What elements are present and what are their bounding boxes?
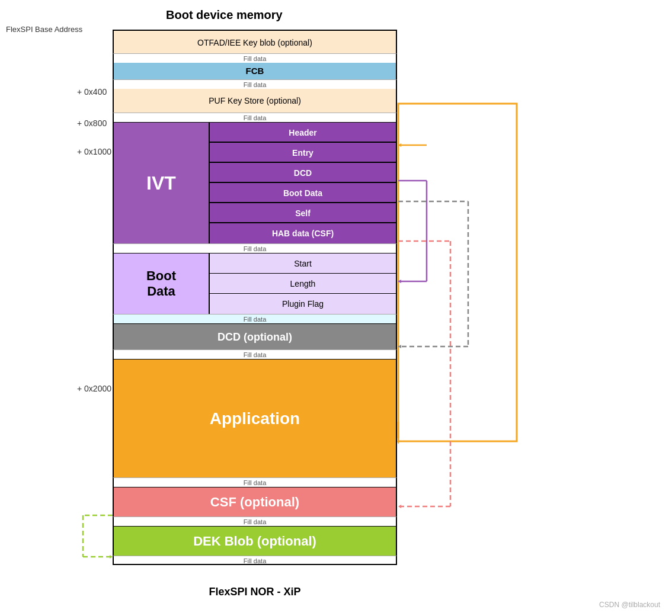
- svg-marker-14: [398, 505, 401, 508]
- fill-data-7: Fill data: [113, 477, 397, 487]
- block-fcb: FCB: [113, 63, 397, 79]
- ivt-header: Header: [209, 123, 396, 143]
- fill-data-2: Fill data: [113, 79, 397, 89]
- watermark: CSDN @tilblackout: [599, 601, 660, 609]
- block-dcd: DCD (optional): [113, 323, 397, 349]
- fill-data-5: Fill data: [113, 314, 397, 323]
- ivt-hab: HAB data (CSF): [209, 223, 396, 243]
- fill-data-8: Fill data: [113, 516, 397, 526]
- bootdata-start: Start: [209, 254, 396, 274]
- svg-rect-0: [398, 104, 517, 441]
- ivt-bootdata: Boot Data: [209, 183, 396, 203]
- block-csf: CSF (optional): [113, 487, 397, 516]
- block-dek: DEK Blob (optional): [113, 526, 397, 556]
- addr-0x800: + 0x800: [77, 118, 107, 128]
- addr-0x400: + 0x400: [77, 87, 107, 97]
- svg-marker-10: [398, 345, 401, 348]
- svg-marker-20: [398, 143, 401, 147]
- block-ivt: IVT Header Entry DCD Boot Data Self HAB …: [113, 122, 397, 243]
- fill-data-6: Fill data: [113, 349, 397, 359]
- flexspi-base-label: FlexSPI Base Address: [6, 25, 82, 34]
- ivt-entry: Entry: [209, 143, 396, 163]
- fill-data-3: Fill data: [113, 113, 397, 122]
- ivt-self: Self: [209, 203, 396, 223]
- bottom-label: FlexSPI NOR - XiP: [166, 586, 344, 598]
- ivt-inner: Header Entry DCD Boot Data Self HAB data…: [209, 123, 396, 243]
- fill-data-4: Fill data: [113, 243, 397, 253]
- bootdata-inner: Start Length Plugin Flag: [209, 254, 396, 314]
- fill-data-9: Fill data: [113, 556, 397, 565]
- block-application: Application: [113, 359, 397, 477]
- addr-0x1000: + 0x1000: [77, 147, 111, 156]
- svg-marker-6: [398, 280, 401, 283]
- memory-diagram: OTFAD/IEE Key blob (optional) Fill data …: [113, 30, 397, 565]
- svg-marker-2: [397, 441, 399, 444]
- bootdata-length: Length: [209, 274, 396, 294]
- block-otfad: OTFAD/IEE Key blob (optional): [113, 30, 397, 53]
- page-title: Boot device memory: [166, 8, 283, 22]
- bootdata-label: BootData: [114, 254, 209, 314]
- block-puf: PUF Key Store (optional): [113, 89, 397, 113]
- page-container: Boot device memory FlexSPI Base Address …: [0, 0, 672, 616]
- fill-data-1: Fill data: [113, 53, 397, 63]
- addr-0x2000: + 0x2000: [77, 384, 111, 393]
- block-bootdata: BootData Start Length Plugin Flag: [113, 253, 397, 314]
- bootdata-plugin: Plugin Flag: [209, 294, 396, 314]
- ivt-dcd: DCD: [209, 163, 396, 183]
- ivt-label: IVT: [114, 123, 209, 243]
